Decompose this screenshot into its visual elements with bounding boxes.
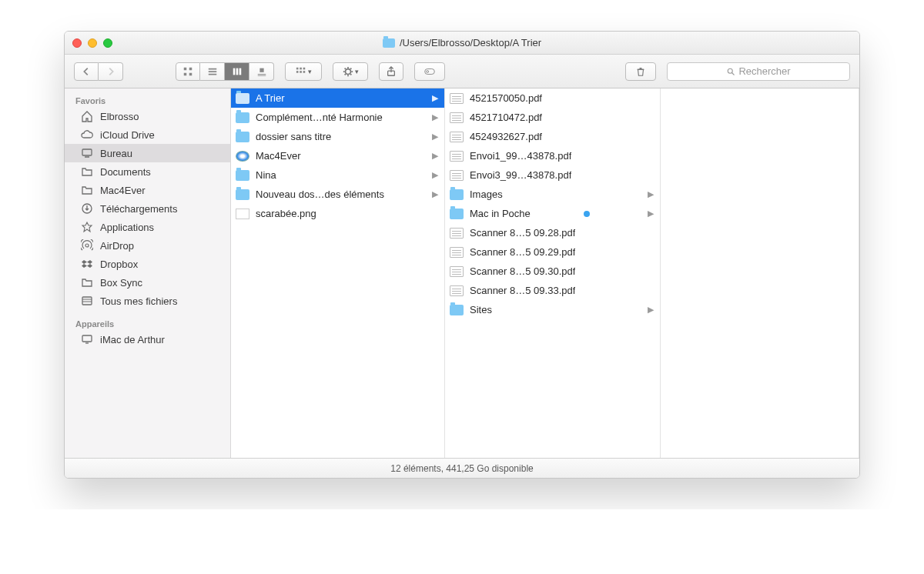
file-label: dossier sans titre: [256, 131, 331, 142]
file-icon: [450, 228, 464, 239]
zoom-window-button[interactable]: [103, 38, 112, 48]
file-icon: [450, 151, 464, 162]
sidebar-item-elbrosso[interactable]: Elbrosso: [65, 107, 230, 125]
folder-icon: [450, 189, 464, 200]
file-label: 4524932627.pdf: [470, 131, 542, 142]
folder-icon: [450, 209, 464, 219]
file-row[interactable]: Envoi1_99…43878.pdf: [445, 146, 660, 165]
coverflow-view-button[interactable]: [249, 62, 274, 81]
folder-icon: [236, 93, 249, 104]
sidebar-item-dropbox[interactable]: Dropbox: [65, 255, 230, 273]
file-label: Nina: [256, 169, 276, 181]
file-row[interactable]: 4524932627.pdf: [445, 127, 660, 146]
file-row[interactable]: Nina▶: [231, 165, 444, 185]
column-3[interactable]: [661, 88, 859, 458]
icon-view-button[interactable]: [176, 62, 200, 81]
file-label: Envoi1_99…43878.pdf: [470, 150, 571, 162]
file-label: Complément…nté Harmonie: [256, 112, 383, 123]
apps-icon: [80, 221, 94, 233]
list-view-button[interactable]: [200, 62, 225, 81]
file-row[interactable]: Sites▶: [445, 300, 660, 319]
chevron-right-icon: ▶: [432, 132, 438, 142]
sidebar-item-label: Box Sync: [100, 277, 142, 289]
share-button[interactable]: [379, 62, 403, 81]
folder-icon: [80, 165, 94, 178]
action-button[interactable]: ▾: [333, 62, 368, 81]
file-row[interactable]: Complément…nté Harmonie▶: [231, 108, 444, 127]
svg-rect-14: [300, 67, 302, 69]
svg-rect-9: [239, 68, 241, 75]
svg-rect-17: [300, 71, 302, 73]
file-row[interactable]: 4521570050.pdf: [445, 88, 660, 108]
arrange-button[interactable]: ▾: [285, 62, 322, 81]
column-1[interactable]: A Trier▶Complément…nté Harmonie▶dossier …: [231, 88, 445, 458]
forward-button[interactable]: [99, 62, 123, 81]
file-label: Scanner 8…5 09.33.pdf: [470, 285, 575, 296]
file-row[interactable]: Envoi3_99…43878.pdf: [445, 165, 660, 185]
file-label: A Trier: [256, 92, 285, 104]
file-label: 4521570050.pdf: [470, 92, 542, 104]
sidebar-item-mac4ever[interactable]: Mac4Ever: [65, 181, 230, 199]
tags-button[interactable]: [414, 62, 445, 81]
sidebar-item-box-sync[interactable]: Box Sync: [65, 273, 230, 292]
sidebar-item-tous-mes-fichiers[interactable]: Tous mes fichiers: [65, 292, 230, 310]
close-window-button[interactable]: [72, 38, 82, 48]
file-row[interactable]: Scanner 8…5 09.30.pdf: [445, 262, 660, 281]
minimize-window-button[interactable]: [88, 38, 97, 48]
svg-rect-15: [303, 67, 305, 69]
sidebar-item-label: Elbrosso: [100, 111, 139, 122]
file-row[interactable]: Images▶: [445, 185, 660, 204]
file-icon: [450, 247, 464, 258]
file-icon: [450, 266, 464, 277]
back-button[interactable]: [74, 62, 99, 81]
file-row[interactable]: Mac4Ever▶: [231, 146, 444, 165]
file-row[interactable]: dossier sans titre▶: [231, 127, 444, 146]
sidebar-item-imac-de-arthur[interactable]: iMac de Arthur: [65, 330, 230, 349]
sidebar-section-devices: Appareils: [65, 316, 230, 330]
sidebar-item-label: AirDrop: [100, 240, 134, 252]
sidebar-item-label: iMac de Arthur: [100, 334, 165, 345]
sidebar: Favoris ElbrossoiCloud DriveBureauDocume…: [65, 88, 231, 458]
svg-rect-29: [82, 297, 92, 305]
sidebar-item-bureau[interactable]: Bureau: [65, 144, 230, 162]
column-view-button[interactable]: [225, 62, 249, 81]
title-bar[interactable]: /Users/Elbrosso/Desktop/A Trier: [65, 32, 859, 55]
folder-icon: [236, 132, 249, 142]
sidebar-item-documents[interactable]: Documents: [65, 162, 230, 181]
search-input[interactable]: Rechercher: [667, 62, 850, 81]
sidebar-item-label: Applications: [100, 222, 154, 233]
safari-icon: [236, 151, 249, 162]
folder-icon: [450, 305, 464, 315]
file-row[interactable]: 4521710472.pdf: [445, 108, 660, 127]
sidebar-item-label: Tous mes fichiers: [100, 295, 177, 307]
folder-icon: [236, 112, 249, 123]
search-placeholder: Rechercher: [738, 65, 790, 77]
file-row[interactable]: A Trier▶: [231, 88, 444, 108]
file-row[interactable]: scarabée.png: [231, 204, 444, 223]
sidebar-item-applications[interactable]: Applications: [65, 218, 230, 236]
sidebar-item-label: Mac4Ever: [100, 185, 146, 196]
file-icon: [450, 170, 464, 181]
dropbox-icon: [80, 258, 94, 270]
status-text: 12 éléments, 441,25 Go disponible: [390, 463, 533, 474]
file-row[interactable]: Scanner 8…5 09.28.pdf: [445, 223, 660, 242]
sidebar-item-airdrop[interactable]: AirDrop: [65, 236, 230, 255]
chevron-right-icon: ▶: [432, 170, 438, 180]
file-row[interactable]: Mac in Poche▶: [445, 204, 660, 223]
svg-rect-13: [296, 67, 298, 69]
file-row[interactable]: Scanner 8…5 09.29.pdf: [445, 242, 660, 262]
file-row[interactable]: Scanner 8…5 09.33.pdf: [445, 281, 660, 300]
trash-button[interactable]: [625, 62, 656, 81]
sidebar-item-label: iCloud Drive: [100, 129, 155, 141]
chevron-right-icon: ▶: [648, 209, 654, 219]
file-icon: [450, 132, 464, 142]
file-label: Mac in Poche: [470, 208, 531, 219]
sidebar-item-icloud-drive[interactable]: iCloud Drive: [65, 125, 230, 144]
svg-point-22: [427, 70, 429, 72]
chevron-right-icon: ▶: [432, 189, 438, 199]
svg-line-24: [732, 72, 735, 75]
file-row[interactable]: Nouveau dos…des éléments▶: [231, 185, 444, 204]
sidebar-item-téléchargements[interactable]: Téléchargements: [65, 199, 230, 218]
svg-rect-25: [82, 149, 92, 155]
column-2[interactable]: 4521570050.pdf4521710472.pdf4524932627.p…: [445, 88, 661, 458]
